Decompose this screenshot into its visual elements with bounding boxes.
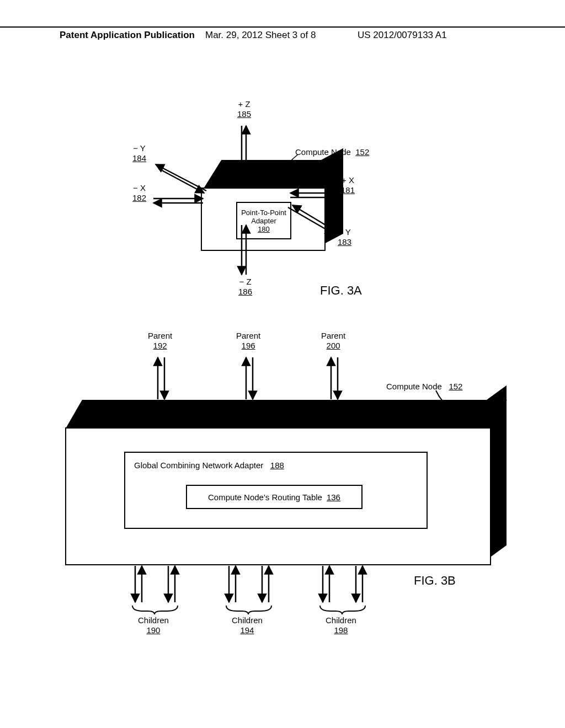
- p2p-label-2: Adapter: [237, 217, 290, 225]
- publication-date-sheet: Mar. 29, 2012 Sheet 3 of 8: [205, 30, 316, 41]
- compute-node-label-3b: Compute Node 152: [386, 382, 462, 391]
- axis-minus-z: − Z 186: [238, 277, 252, 297]
- axis-plus-z: + Z 185: [237, 99, 251, 119]
- axis-label: − Y: [133, 143, 146, 153]
- axis-minus-x: − X 182: [132, 183, 146, 203]
- axis-ref: 185: [237, 109, 251, 119]
- compute-node-text: Compute Node: [386, 382, 442, 391]
- cube-front-face: Global Combining Network Adapter 188 Com…: [65, 427, 491, 565]
- parent-text: Parent: [321, 331, 345, 340]
- publication-number: US 2012/0079133 A1: [358, 30, 447, 41]
- compute-node-ref: 152: [355, 147, 369, 157]
- gcna-ref: 188: [270, 461, 284, 470]
- axis-label: − Z: [239, 277, 251, 286]
- routing-table: Compute Node's Routing Table 136: [186, 485, 363, 509]
- svg-line-11: [159, 169, 204, 193]
- parent-label-1: Parent 192: [148, 331, 172, 351]
- children-text: Children: [138, 615, 169, 625]
- children-label-2: Children 194: [232, 615, 263, 635]
- cube-top-face: [66, 400, 507, 427]
- children-ref: 194: [240, 625, 254, 635]
- publication-type: Patent Application Publication: [60, 30, 195, 41]
- p2p-ref: 180: [237, 225, 290, 233]
- children-text: Children: [326, 615, 356, 625]
- compute-node-3b: Global Combining Network Adapter 188 Com…: [77, 400, 491, 554]
- routing-ref: 136: [327, 493, 340, 502]
- children-text: Children: [232, 615, 263, 625]
- children-ref: 190: [146, 625, 160, 635]
- compute-node-3a: Point-To-Point Adapter 180: [204, 160, 326, 237]
- axis-minus-y: − Y 184: [132, 143, 146, 163]
- parent-label-3: Parent 200: [321, 331, 345, 351]
- axis-plus-y: + Y 183: [338, 227, 351, 247]
- parent-ref: 192: [153, 341, 167, 350]
- routing-text: Compute Node's Routing Table: [208, 493, 322, 502]
- parent-ref: 200: [327, 341, 340, 350]
- compute-node-ref: 152: [449, 382, 462, 391]
- figure-3b: Parent 192 Parent 196 Parent 200 Compute…: [77, 331, 497, 640]
- compute-node-label-3a: Compute Node 152: [295, 147, 369, 157]
- axis-ref: 184: [132, 153, 146, 163]
- fig3b-caption: FIG. 3B: [414, 574, 456, 588]
- p2p-label-1: Point-To-Point: [237, 208, 290, 217]
- axis-ref: 183: [338, 237, 351, 247]
- axis-ref: 182: [132, 193, 146, 202]
- gcna-text: Global Combining Network Adapter: [134, 461, 263, 470]
- axis-label: − X: [133, 183, 146, 192]
- axis-plus-x: + X 181: [341, 175, 355, 195]
- children-label-1: Children 190: [138, 615, 169, 635]
- page-header: Patent Application Publication Mar. 29, …: [0, 26, 565, 30]
- axis-label: + X: [342, 175, 354, 185]
- children-ref: 198: [334, 625, 348, 635]
- cube-front-face: Point-To-Point Adapter 180: [201, 188, 326, 251]
- parent-label-2: Parent 196: [236, 331, 260, 351]
- fig3a-caption: FIG. 3A: [320, 283, 362, 298]
- parent-text: Parent: [236, 331, 260, 340]
- parent-ref: 196: [242, 341, 255, 350]
- point-to-point-adapter: Point-To-Point Adapter 180: [236, 202, 291, 239]
- axis-ref: 186: [238, 287, 252, 296]
- global-combining-network-adapter: Global Combining Network Adapter 188 Com…: [124, 452, 428, 529]
- svg-line-10: [156, 164, 206, 191]
- axis-label: + Y: [338, 227, 351, 237]
- figure-3a: Point-To-Point Adapter 180 + Z 185 − Z 1…: [132, 99, 441, 331]
- parent-text: Parent: [148, 331, 172, 340]
- axis-ref: 181: [341, 185, 355, 195]
- compute-node-text: Compute Node: [295, 147, 351, 157]
- children-label-3: Children 198: [326, 615, 356, 635]
- axis-label: + Z: [238, 99, 250, 109]
